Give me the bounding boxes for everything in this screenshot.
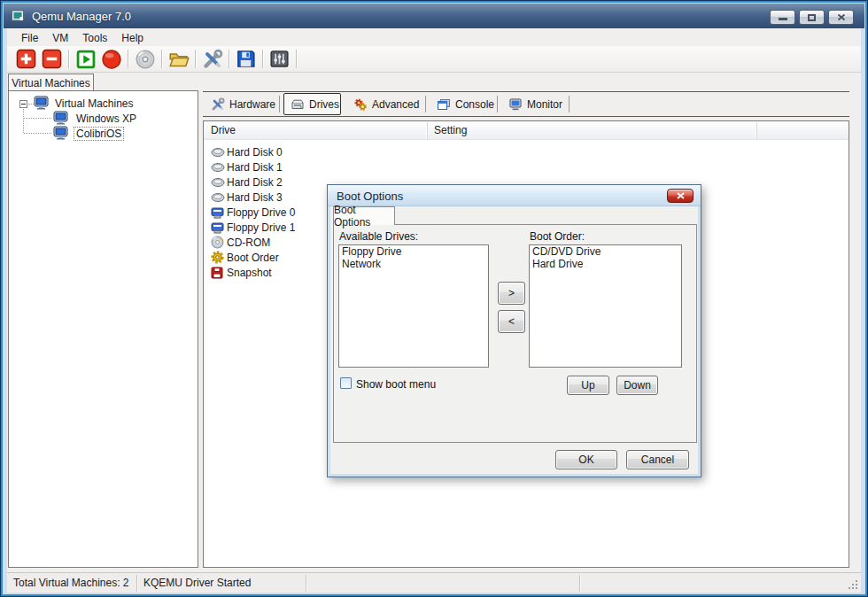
list-item[interactable]: CD/DVD Drive [530, 246, 681, 259]
cdrom-icon [135, 49, 156, 70]
floppy-drive-icon [211, 205, 225, 219]
column-header-setting[interactable]: Setting [434, 124, 467, 136]
menu-bar: File VM Tools Help [7, 30, 861, 46]
toolbar-separator [195, 50, 196, 68]
monitor-icon [508, 97, 523, 112]
vm-monitor-icon [53, 111, 69, 125]
preferences-icon [269, 49, 290, 69]
boot-order-listbox[interactable]: CD/DVD Drive Hard Drive [529, 244, 682, 368]
tab-monitor[interactable]: Monitor [502, 93, 567, 115]
toolbar-separator [296, 50, 297, 68]
menu-tools[interactable]: Tools [75, 31, 114, 45]
qemu-manager-icon [11, 9, 26, 23]
tab-advanced[interactable]: Advanced [347, 93, 422, 115]
row-label: Hard Disk 3 [227, 191, 283, 204]
maximize-button[interactable] [799, 10, 825, 25]
available-drives-listbox[interactable]: Floppy Drive Network [338, 244, 489, 368]
menu-file[interactable]: File [14, 31, 45, 45]
close-button[interactable] [828, 10, 854, 25]
drives-icon [291, 97, 305, 112]
list-item[interactable]: Network [339, 259, 488, 271]
tree-item-virtual-machines[interactable]: Virtual Machines [53, 97, 136, 110]
menu-vm[interactable]: VM [45, 31, 75, 45]
advanced-icon [353, 97, 368, 112]
tab-drives[interactable]: Drives [283, 93, 341, 115]
move-left-button[interactable]: < [498, 310, 525, 333]
tab-separator [497, 96, 498, 112]
toolbar-separator [229, 50, 229, 68]
tree-item-colibrios[interactable]: ColibriOS [74, 128, 123, 140]
table-row[interactable]: Hard Disk 0 [204, 144, 849, 159]
minimize-button[interactable] [770, 10, 795, 25]
start-vm-button[interactable] [74, 48, 97, 70]
floppy-drive-icon [211, 221, 225, 234]
close-icon [837, 13, 846, 21]
boot-order-label: Boot Order: [530, 230, 585, 243]
show-boot-menu-label[interactable]: Show boot menu [356, 378, 436, 391]
remove-vm-button[interactable] [40, 48, 64, 70]
hard-disk-icon [211, 145, 225, 159]
cancel-button[interactable]: Cancel [626, 450, 689, 469]
resize-grip[interactable] [849, 580, 850, 582]
open-folder-button[interactable] [167, 48, 190, 70]
row-label: CD-ROM [227, 236, 270, 249]
list-item[interactable]: Floppy Drive [339, 246, 488, 259]
hard-disk-icon [211, 190, 225, 204]
boot-order-gear-icon [211, 251, 225, 264]
tree-connector [24, 133, 51, 134]
snapshot-icon [211, 266, 225, 279]
tab-virtual-machines[interactable]: Virtual Machines [8, 74, 94, 91]
table-row[interactable]: Hard Disk 1 [204, 159, 849, 174]
column-header-drive[interactable]: Drive [211, 124, 236, 136]
hard-disk-icon [211, 175, 225, 189]
tab-drives-label: Drives [309, 98, 339, 111]
cd-rom-icon [211, 236, 225, 249]
save-button[interactable] [234, 48, 258, 70]
add-vm-icon [16, 49, 36, 69]
dialog-close-button[interactable] [667, 189, 694, 203]
status-divider [306, 575, 306, 592]
tree-connector [24, 118, 51, 119]
up-button[interactable]: Up [567, 376, 609, 395]
driver-status: KQEMU Driver Started [143, 577, 251, 589]
column-divider[interactable] [427, 122, 428, 139]
row-label: Boot Order [227, 252, 279, 264]
start-vm-icon [76, 50, 96, 69]
toolbar-separator [128, 50, 128, 68]
tab-hardware[interactable]: Hardware [205, 93, 277, 115]
toolbar [7, 46, 861, 73]
drive-table-header: Drive Setting [204, 121, 849, 140]
menu-help[interactable]: Help [114, 31, 151, 45]
row-label: Hard Disk 1 [227, 161, 283, 174]
panel-top-divider [203, 91, 849, 92]
add-vm-button[interactable] [14, 48, 38, 70]
window-controls [770, 10, 854, 25]
tree-item-windows-xp[interactable]: Windows XP [74, 112, 138, 125]
vm-tools-button[interactable] [200, 48, 224, 70]
ok-button[interactable]: OK [555, 450, 617, 469]
preferences-button[interactable] [267, 48, 291, 70]
vm-monitor-icon [34, 96, 50, 110]
vm-monitor-icon [53, 126, 69, 140]
move-right-button[interactable]: > [498, 282, 525, 305]
minus-icon[interactable] [19, 100, 27, 108]
row-label: Floppy Drive 1 [227, 221, 295, 234]
tab-console[interactable]: Console [430, 93, 495, 115]
dialog-tab-boot-options[interactable]: Boot Options [333, 206, 395, 225]
toolbar-separator [262, 50, 263, 68]
cdrom-button[interactable] [133, 48, 157, 70]
maximize-icon [808, 14, 816, 21]
tree-connector [23, 109, 24, 133]
column-divider[interactable] [756, 122, 757, 139]
window-title: Qemu Manager 7.0 [32, 10, 131, 23]
down-button[interactable]: Down [616, 376, 658, 395]
console-icon [437, 97, 451, 112]
remove-vm-icon [42, 49, 62, 69]
vm-tree-panel[interactable]: Virtual Machines Windows XP ColibriOS [8, 90, 198, 568]
show-boot-menu-checkbox[interactable] [340, 377, 352, 389]
dialog-tab-label: Boot Options [334, 204, 394, 229]
boot-options-dialog: Boot Options Boot Options Available Driv… [327, 184, 701, 477]
list-item[interactable]: Hard Drive [530, 259, 681, 271]
stop-vm-button[interactable] [99, 48, 123, 70]
total-vms-status: Total Virtual Machines: 2 [13, 577, 129, 589]
